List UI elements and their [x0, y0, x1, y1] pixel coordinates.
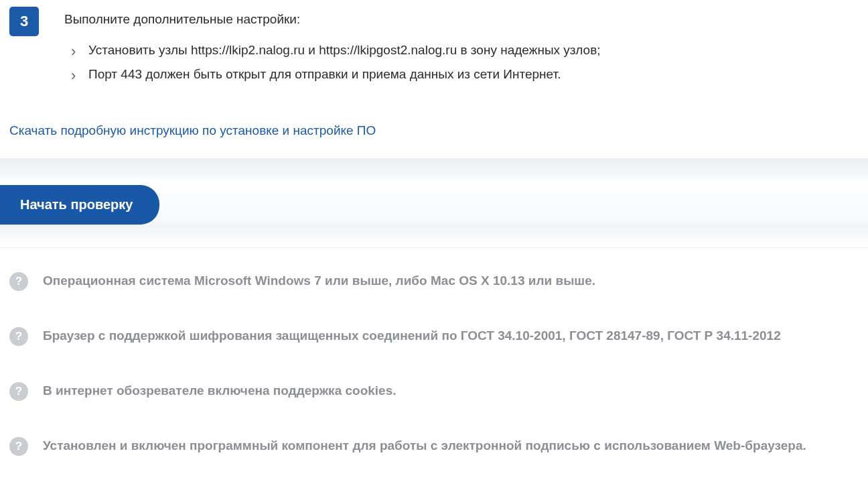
step-intro-text: Выполните дополнительные настройки: — [64, 12, 859, 27]
question-icon: ? — [9, 272, 28, 291]
step-number-badge: 3 — [9, 7, 39, 36]
check-text: В интернет обозревателе включена поддерж… — [43, 382, 396, 400]
checklist-separator — [0, 225, 868, 247]
check-item: ? Операционная система Microsoft Windows… — [9, 272, 859, 291]
check-text: Браузер с поддержкой шифрования защищенн… — [43, 327, 781, 345]
download-instructions-link[interactable]: Скачать подробную инструкцию по установк… — [9, 123, 859, 138]
start-check-container: Начать проверку — [0, 185, 868, 225]
step-content: Выполните дополнительные настройки: Уста… — [64, 7, 859, 91]
check-item: ? В интернет обозревателе включена подде… — [9, 382, 859, 401]
check-text: Операционная система Microsoft Windows 7… — [43, 272, 595, 290]
question-icon: ? — [9, 382, 28, 401]
step-section: 3 Выполните дополнительные настройки: Ус… — [0, 0, 868, 158]
section-separator — [0, 158, 868, 185]
substep-item: Порт 443 должен быть открыт для отправки… — [71, 67, 859, 82]
start-check-button[interactable]: Начать проверку — [0, 185, 159, 225]
check-text: Установлен и включен программный компоне… — [43, 437, 806, 455]
step-row: 3 Выполните дополнительные настройки: Ус… — [9, 7, 859, 91]
checklist-section: ? Операционная система Microsoft Windows… — [0, 247, 868, 484]
substep-list: Установить узлы https://lkip2.nalog.ru и… — [64, 43, 859, 82]
check-item: ? Браузер с поддержкой шифрования защище… — [9, 327, 859, 346]
substep-item: Установить узлы https://lkip2.nalog.ru и… — [71, 43, 859, 58]
question-icon: ? — [9, 327, 28, 346]
check-item: ? Установлен и включен программный компо… — [9, 437, 859, 456]
question-icon: ? — [9, 437, 28, 456]
